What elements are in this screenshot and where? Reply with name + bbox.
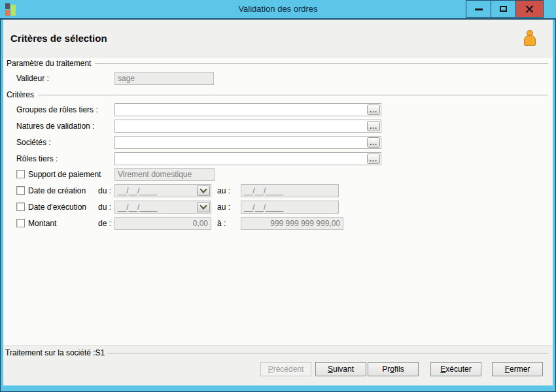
from-label: de :	[98, 217, 111, 230]
browse-button[interactable]: ...	[367, 121, 380, 131]
montant-to-field[interactable]: 999 999 999 999,00	[241, 217, 343, 230]
executer-button[interactable]: Exécuter	[430, 362, 481, 376]
close-icon	[525, 5, 534, 13]
maximize-icon	[500, 6, 507, 12]
lookup-row-societes: Sociétés : ...	[3, 136, 553, 149]
person-icon	[522, 30, 538, 47]
checkbox-montant[interactable]	[16, 219, 25, 227]
dialog-client-area: Critères de sélection Paramètre du trait…	[3, 20, 553, 385]
browse-button[interactable]: ...	[367, 137, 380, 148]
support-paiement-row: Support de paiement Virement domestique	[3, 168, 553, 181]
montant-row: Montant de : 0,00 à : 999 999 999 999,00	[3, 217, 553, 230]
caption-buttons	[466, 0, 544, 18]
to-label: au :	[217, 184, 230, 197]
browse-button[interactable]: ...	[367, 105, 380, 115]
titlebar[interactable]: Validation des ordres	[0, 0, 556, 20]
natures-validation-input[interactable]: ...	[114, 120, 381, 133]
checkbox-label: Support de paiement	[28, 168, 101, 181]
fermer-button[interactable]: Fermer	[492, 362, 543, 376]
to-label: au :	[217, 201, 230, 214]
dropdown-button[interactable]	[197, 202, 210, 212]
lookup-row-roles-tiers: Rôles tiers : ...	[3, 152, 553, 165]
groupes-roles-tiers-input[interactable]: ...	[114, 103, 381, 116]
profils-button[interactable]: Profils	[368, 362, 419, 376]
form-area: Paramètre du traitement Valideur : sage …	[3, 57, 553, 345]
ellipsis-icon: ...	[370, 122, 377, 130]
status-line	[107, 353, 548, 353]
close-button[interactable]	[515, 0, 544, 18]
dialog-window: Validation des ordres Critères de sélect…	[0, 0, 556, 392]
societes-input[interactable]: ...	[114, 136, 381, 149]
date-execution-row: Date d'exécution du : __/__/____ au : __…	[3, 201, 553, 214]
date-execution-from-combo[interactable]: __/__/____	[114, 201, 211, 214]
ellipsis-icon: ...	[370, 139, 377, 146]
group-line	[38, 95, 548, 95]
field-label: Natures de validation :	[16, 120, 94, 133]
checkbox-date-creation[interactable]	[16, 186, 25, 195]
date-creation-row: Date de création du : __/__/____ au : __…	[3, 184, 553, 197]
page-title: Critères de sélection	[3, 33, 107, 44]
field-label: Groupes de rôles tiers :	[16, 103, 98, 116]
ellipsis-icon: ...	[370, 106, 377, 114]
montant-from-field[interactable]: 0,00	[114, 217, 211, 230]
checkbox-support-paiement[interactable]	[16, 170, 25, 178]
checkbox-label: Montant	[28, 217, 56, 230]
group-criteres: Critères	[7, 90, 548, 99]
group-parametre: Paramètre du traitement	[7, 59, 548, 67]
lookup-row-groupes-roles-tiers: Groupes de rôles tiers : ...	[3, 103, 553, 116]
date-creation-to-field[interactable]: __/__/____	[241, 184, 339, 197]
checkbox-label: Date de création	[28, 184, 86, 197]
roles-tiers-input[interactable]: ...	[114, 152, 381, 165]
suivant-button[interactable]: Suivant	[315, 362, 366, 376]
dropdown-button[interactable]	[197, 186, 210, 196]
header-band: Critères de sélection	[3, 20, 553, 57]
footer: Traitement sur la société :S1 Précédent …	[3, 345, 553, 385]
group-label: Paramètre du traitement	[7, 59, 91, 68]
field-label: Sociétés :	[16, 136, 51, 149]
support-paiement-field[interactable]: Virement domestique	[114, 168, 215, 181]
group-label: Critères	[7, 90, 34, 99]
lookup-row-natures-validation: Natures de validation : ...	[3, 120, 553, 133]
maximize-button[interactable]	[491, 0, 516, 18]
date-execution-to-field[interactable]: __/__/____	[241, 201, 339, 214]
status-row: Traitement sur la société :S1	[5, 348, 548, 357]
field-label: Rôles tiers :	[16, 152, 58, 165]
chevron-down-icon	[200, 202, 207, 209]
date-creation-from-combo[interactable]: __/__/____	[114, 184, 211, 197]
precedent-button: Précédent	[260, 362, 311, 376]
from-label: du :	[98, 184, 111, 197]
checkbox-label: Date d'exécution	[28, 201, 86, 214]
from-label: du :	[98, 201, 111, 214]
to-label: à :	[217, 217, 226, 230]
valideur-field[interactable]: sage	[114, 72, 214, 85]
minimize-button[interactable]	[466, 0, 491, 18]
valideur-label: Valideur :	[16, 72, 49, 85]
ellipsis-icon: ...	[370, 155, 377, 163]
status-text: Traitement sur la société :S1	[5, 348, 105, 357]
browse-button[interactable]: ...	[367, 154, 380, 164]
group-line	[95, 63, 548, 64]
valideur-row: Valideur : sage	[3, 72, 553, 85]
minimize-icon	[475, 8, 483, 10]
checkbox-date-execution[interactable]	[16, 203, 25, 211]
chevron-down-icon	[200, 186, 207, 193]
